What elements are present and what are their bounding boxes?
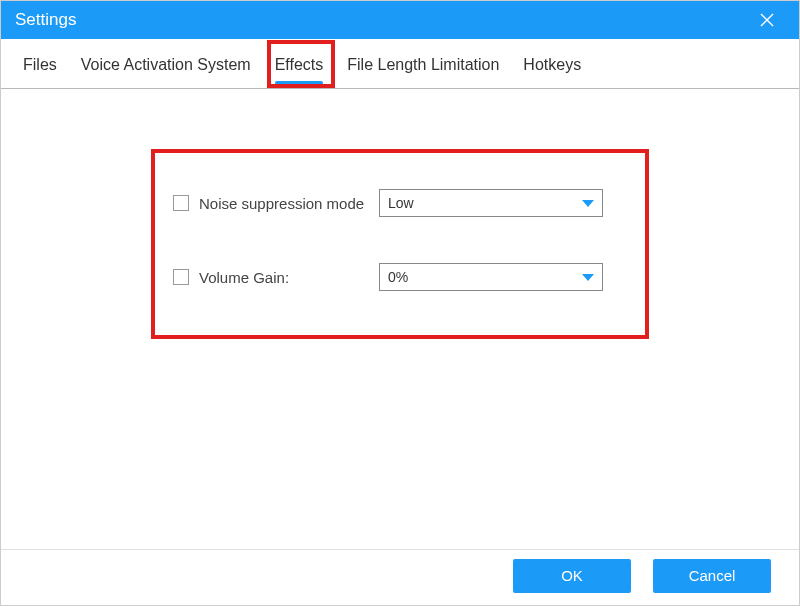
- tab-files[interactable]: Files: [21, 44, 59, 84]
- chevron-down-icon: [582, 269, 594, 285]
- ok-button-label: OK: [561, 567, 583, 584]
- noise-suppression-value: Low: [388, 195, 582, 211]
- dialog-footer: OK Cancel: [1, 549, 799, 605]
- annotation-highlight-content: [151, 149, 649, 339]
- cancel-button[interactable]: Cancel: [653, 559, 771, 593]
- row-noise-suppression: Noise suppression mode Low: [173, 187, 769, 219]
- tab-file-length-limitation[interactable]: File Length Limitation: [345, 44, 501, 84]
- svg-marker-3: [582, 274, 594, 281]
- tab-effects[interactable]: Effects: [273, 44, 326, 84]
- noise-suppression-checkbox[interactable]: [173, 195, 189, 211]
- tab-voice-activation-system[interactable]: Voice Activation System: [79, 44, 253, 84]
- titlebar: Settings: [1, 1, 799, 39]
- row-volume-gain: Volume Gain: 0%: [173, 261, 769, 293]
- tab-bar: Files Voice Activation System Effects Fi…: [1, 39, 799, 89]
- volume-gain-label: Volume Gain:: [199, 269, 379, 286]
- close-icon: [760, 9, 774, 32]
- ok-button[interactable]: OK: [513, 559, 631, 593]
- tab-content-effects: Noise suppression mode Low Volume Gain: …: [1, 89, 799, 549]
- volume-gain-value: 0%: [388, 269, 582, 285]
- svg-marker-2: [582, 200, 594, 207]
- noise-suppression-select[interactable]: Low: [379, 189, 603, 217]
- close-button[interactable]: [749, 1, 785, 39]
- window-title: Settings: [15, 10, 749, 30]
- settings-window: Settings Files Voice Activation System E…: [0, 0, 800, 606]
- volume-gain-checkbox[interactable]: [173, 269, 189, 285]
- tab-hotkeys[interactable]: Hotkeys: [521, 44, 583, 84]
- chevron-down-icon: [582, 195, 594, 211]
- volume-gain-select[interactable]: 0%: [379, 263, 603, 291]
- cancel-button-label: Cancel: [689, 567, 736, 584]
- noise-suppression-label: Noise suppression mode: [199, 195, 379, 212]
